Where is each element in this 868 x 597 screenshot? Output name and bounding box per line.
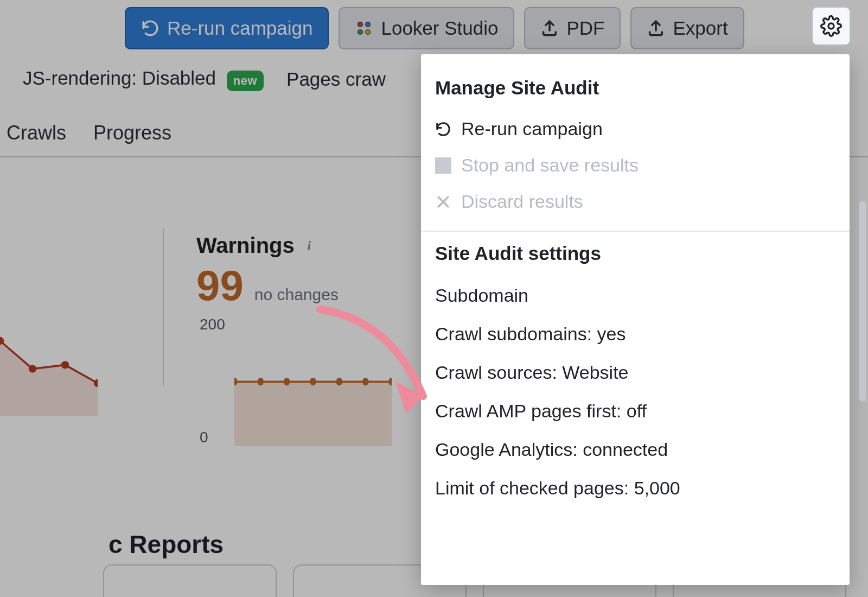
manage-site-audit-heading: Manage Site Audit — [435, 77, 835, 99]
svg-point-3 — [366, 30, 371, 35]
reports-heading: c Reports — [108, 530, 224, 559]
svg-point-13 — [258, 378, 264, 385]
stop-icon — [435, 157, 451, 174]
upload-icon — [647, 19, 665, 37]
setting-crawl-subdomains[interactable]: Crawl subdomains: yes — [435, 315, 835, 353]
pdf-label: PDF — [566, 17, 604, 39]
pages-crawled-label: Pages craw — [286, 68, 386, 90]
refresh-icon — [435, 121, 451, 137]
settings-gear-button[interactable] — [812, 7, 851, 46]
panel-stop-save: Stop and save results — [435, 147, 835, 183]
rerun-campaign-button[interactable]: Re-run campaign — [125, 7, 329, 49]
upload-icon — [540, 19, 559, 37]
svg-point-17 — [362, 378, 369, 385]
y-tick-bot: 0 — [200, 429, 225, 446]
looker-studio-button[interactable]: Looker Studio — [339, 7, 514, 49]
new-badge: new — [227, 71, 264, 91]
site-audit-settings-heading: Site Audit settings — [435, 243, 835, 264]
svg-point-0 — [358, 22, 363, 27]
tab-progress[interactable]: Progress — [91, 118, 174, 158]
svg-point-9 — [29, 365, 36, 372]
svg-point-14 — [284, 378, 290, 385]
warnings-note: no changes — [254, 285, 339, 304]
setting-limit-pages[interactable]: Limit of checked pages: 5,000 — [435, 469, 835, 507]
svg-point-1 — [366, 22, 371, 27]
errors-card — [0, 217, 141, 421]
settings-panel: Manage Site Audit Re-run campaign Stop a… — [421, 54, 850, 585]
warnings-title: Warnings — [196, 233, 295, 258]
gear-icon — [820, 15, 842, 37]
looker-studio-icon — [355, 19, 373, 37]
warnings-chart: 200 0 — [196, 316, 392, 446]
panel-discard: Discard results — [435, 183, 835, 220]
errors-chart — [0, 285, 98, 416]
svg-point-15 — [310, 378, 316, 385]
setting-crawl-sources[interactable]: Crawl sources: Website — [435, 353, 835, 392]
setting-subdomain[interactable]: Subdomain — [435, 276, 835, 315]
export-button[interactable]: Export — [630, 7, 744, 49]
svg-point-10 — [61, 361, 69, 369]
panel-rerun-campaign[interactable]: Re-run campaign — [435, 111, 835, 147]
setting-crawl-amp[interactable]: Crawl AMP pages first: off — [435, 392, 835, 430]
warnings-value: 99 — [196, 261, 244, 310]
svg-point-2 — [358, 30, 363, 35]
rerun-campaign-label: Re-run campaign — [167, 17, 312, 39]
pdf-button[interactable]: PDF — [524, 7, 621, 49]
export-label: Export — [673, 17, 727, 39]
tab-crawls[interactable]: Crawls — [4, 118, 68, 158]
js-rendering-status: JS-rendering: Disabled — [23, 67, 216, 88]
report-card[interactable] — [103, 564, 277, 597]
looker-studio-label: Looker Studio — [381, 17, 498, 39]
setting-google-analytics[interactable]: Google Analytics: connected — [435, 430, 835, 469]
svg-point-16 — [336, 378, 343, 385]
y-tick-top: 200 — [200, 316, 225, 333]
refresh-icon — [141, 19, 159, 37]
svg-point-4 — [828, 23, 834, 29]
close-icon — [435, 194, 451, 210]
panel-scrollbar[interactable] — [859, 201, 866, 402]
info-icon[interactable]: i — [302, 239, 316, 253]
